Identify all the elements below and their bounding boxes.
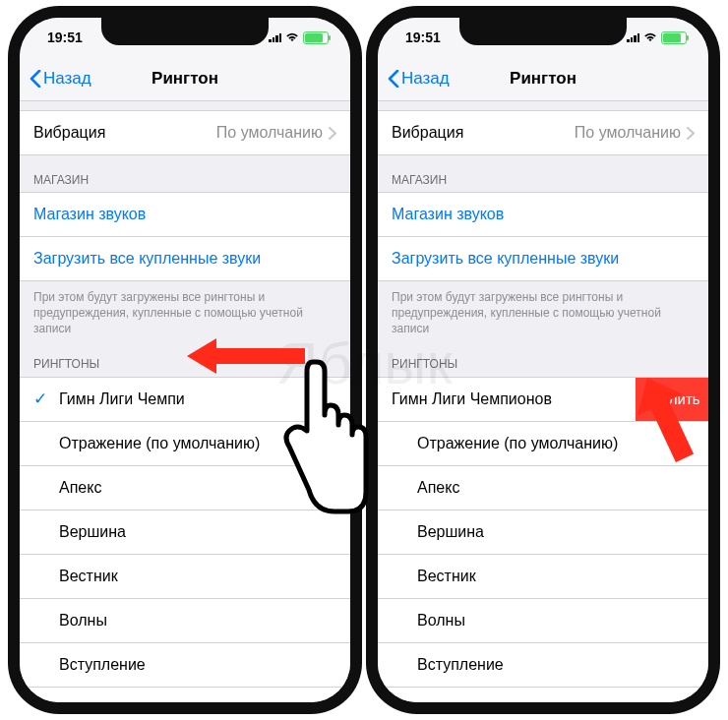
signal-icon <box>627 32 639 42</box>
ringtone-item[interactable]: Апекс <box>378 466 708 510</box>
back-button[interactable]: Назад <box>388 69 450 89</box>
ringtone-item[interactable]: Вестник <box>20 555 350 599</box>
wifi-icon <box>285 32 299 42</box>
store-footer: При этом будут загружены все рингтоны и … <box>20 281 350 339</box>
ringtone-item[interactable]: Вступление <box>20 643 350 688</box>
notch <box>101 18 269 45</box>
vibration-row[interactable]: Вибрация По умолчанию <box>20 110 350 155</box>
nav-title: Рингтон <box>510 69 576 89</box>
battery-icon <box>303 31 329 44</box>
wifi-icon <box>643 32 657 42</box>
ringtone-item[interactable]: Грезы <box>378 688 708 702</box>
chevron-right-icon <box>687 127 695 140</box>
phone-right: 19:51 Назад Рингтон Вибрация По умол <box>366 6 720 714</box>
pointing-hand-icon <box>275 354 374 521</box>
delete-arrow-icon <box>632 374 700 462</box>
status-time: 19:51 <box>405 30 441 45</box>
nav-bar: Назад Рингтон <box>20 57 350 101</box>
notch <box>459 18 627 45</box>
vibration-row[interactable]: Вибрация По умолчанию <box>378 110 708 155</box>
store-header: МАГАЗИН <box>20 155 350 193</box>
signal-icon <box>269 32 281 42</box>
battery-icon <box>661 31 687 44</box>
check-icon: ✓ <box>33 389 47 409</box>
svg-marker-1 <box>632 374 700 462</box>
sounds-store-link[interactable]: Магазин звуков <box>20 192 350 237</box>
back-button[interactable]: Назад <box>30 69 91 89</box>
nav-bar: Назад Рингтон <box>378 57 708 101</box>
chevron-right-icon <box>329 127 336 140</box>
ringtone-item[interactable]: Вершина <box>378 510 708 555</box>
download-all-link[interactable]: Загрузить все купленные звуки <box>378 236 708 281</box>
nav-title: Рингтон <box>152 69 218 89</box>
ringtones-header: РИНГТОНЫ <box>378 339 708 377</box>
ringtone-item[interactable]: Грезы <box>20 688 350 702</box>
sounds-store-link[interactable]: Магазин звуков <box>378 192 708 237</box>
store-footer: При этом будут загружены все рингтоны и … <box>378 281 708 339</box>
store-header: МАГАЗИН <box>378 155 708 193</box>
chevron-left-icon <box>388 70 399 88</box>
chevron-left-icon <box>30 70 41 88</box>
ringtone-item[interactable]: Вестник <box>378 555 708 599</box>
ringtone-item[interactable]: Вступление <box>378 643 708 688</box>
ringtone-item[interactable]: Волны <box>378 599 708 643</box>
status-time: 19:51 <box>47 30 83 45</box>
download-all-link[interactable]: Загрузить все купленные звуки <box>20 236 350 281</box>
ringtone-item[interactable]: Волны <box>20 599 350 643</box>
